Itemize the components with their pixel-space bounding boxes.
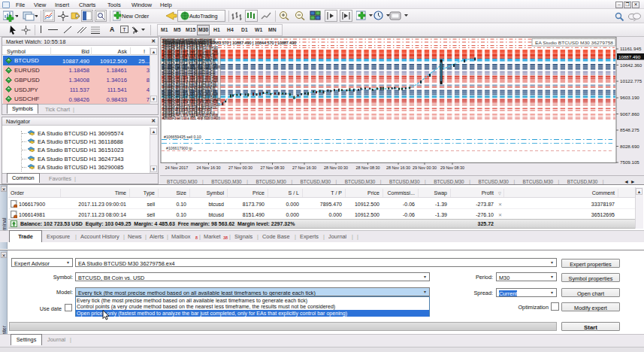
svg-text:7509.105: 7509.105: [620, 159, 639, 165]
svg-text:106659435 106617900 [ 10883.57: 106659435 106617900 [ 10883.570 ] 10887.…: [165, 41, 296, 45]
svg-text:27 Nov 00:30: 27 Nov 00:30: [228, 165, 252, 170]
svg-text:BTCUSD,M30: BTCUSD,M30: [255, 179, 286, 184]
svg-text:28 Nov 16:30: 28 Nov 16:30: [386, 165, 410, 170]
svg-text:27 Nov 08:30: 27 Nov 08:30: [260, 165, 284, 170]
svg-text:9603.190: 9603.190: [620, 95, 639, 100]
svg-text:EA Studio BTCUSD M30 36279758: EA Studio BTCUSD M30 36279758: [535, 40, 614, 45]
svg-text:BTCUSD,M30: BTCUSD,M30: [567, 179, 598, 184]
svg-text:8548.275: 8548.275: [620, 127, 639, 132]
svg-text:10642.360: 10642.360: [620, 62, 642, 68]
svg-text:28 Nov 08:30: 28 Nov 08:30: [355, 165, 379, 170]
svg-text:BTCUSD,M30: BTCUSD,M30: [211, 179, 242, 184]
svg-text:9067.860: 9067.860: [620, 111, 639, 117]
svg-text:27 Nov 16:30: 27 Nov 16:30: [292, 165, 316, 170]
svg-text:29 Nov 08:30: 29 Nov 08:30: [440, 165, 464, 170]
svg-text:11161.945: 11161.945: [620, 46, 642, 51]
svg-text:BTCUSD,M30: BTCUSD,M30: [478, 179, 509, 184]
svg-text:BTCUSD,M30: BTCUSD,M30: [523, 179, 554, 184]
svg-text:28 Nov 00:30: 28 Nov 00:30: [324, 165, 348, 170]
svg-text:24 Nov 2017: 24 Nov 2017: [165, 165, 189, 170]
svg-text:#106617900 tp: #106617900 tp: [166, 146, 192, 150]
svg-text:10887.490: 10887.490: [618, 54, 641, 59]
svg-text:BTCUSD,M30: BTCUSD,M30: [434, 179, 464, 184]
svg-text:BTCUSD,M30: BTCUSD,M30: [167, 179, 198, 184]
svg-text:10122.775: 10122.775: [620, 78, 642, 83]
svg-text:8028.690: 8028.690: [620, 144, 639, 149]
svg-text:#106659435 sell 0.10: #106659435 sell 0.10: [164, 135, 201, 139]
svg-text:24 Nov 16:30: 24 Nov 16:30: [196, 165, 220, 170]
svg-text:◄ ►: ◄ ►: [624, 179, 636, 184]
svg-text:BTCUSD,M30: BTCUSD,M30: [389, 179, 420, 184]
svg-text:29 Nov 00:30: 29 Nov 00:30: [413, 165, 437, 170]
svg-text:BTCUSD,M30: BTCUSD,M30: [345, 179, 376, 184]
svg-text:#10665943 sell 0.10 at 8151.49: #10665943 sell 0.10 at 8151.49 tp 8028.6…: [162, 117, 220, 120]
svg-text:BTCUSD,M30: BTCUSD,M30: [301, 179, 331, 184]
